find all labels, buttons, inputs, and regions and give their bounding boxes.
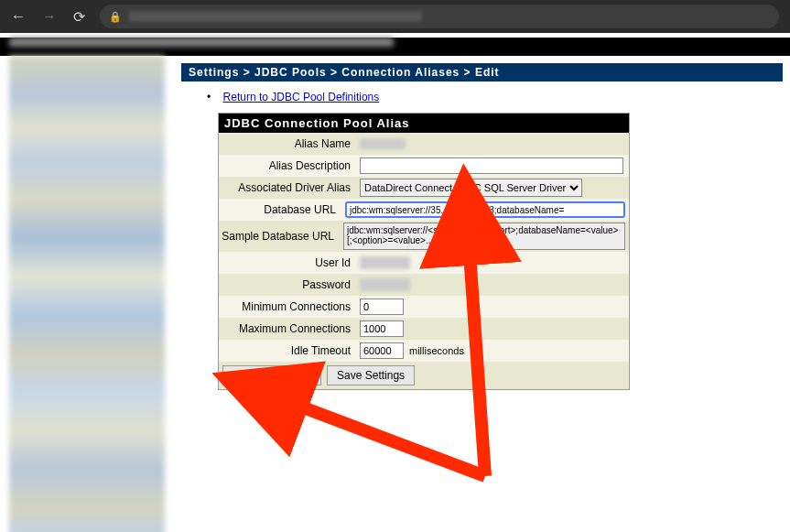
- idle-timeout-input[interactable]: [360, 342, 404, 359]
- lock-icon: 🔒: [109, 11, 122, 23]
- label-password: Password: [219, 276, 356, 294]
- back-icon[interactable]: ←: [11, 8, 26, 25]
- button-row: Test Connection Save Settings: [219, 362, 629, 389]
- alias-description-input[interactable]: [360, 157, 623, 174]
- max-connections-input[interactable]: [360, 320, 404, 337]
- return-link[interactable]: Return to JDBC Pool Definitions: [223, 91, 380, 103]
- label-db-url: Database URL: [219, 201, 341, 219]
- url-bar[interactable]: 🔒: [100, 5, 779, 28]
- label-alias-desc: Alias Description: [219, 157, 356, 175]
- min-connections-input[interactable]: [360, 299, 404, 315]
- form-panel: JDBC Connection Pool Alias Alias Name Al…: [218, 113, 630, 390]
- breadcrumb: Settings > JDBC Pools > Connection Alias…: [181, 63, 783, 81]
- label-driver-alias: Associated Driver Alias: [219, 179, 356, 197]
- sidebar-redacted: [9, 56, 165, 532]
- url-text-redacted: [129, 11, 422, 22]
- forward-icon[interactable]: →: [42, 8, 57, 25]
- idle-timeout-unit: milliseconds: [409, 345, 464, 356]
- main-content: Settings > JDBC Pools > Connection Alias…: [174, 56, 790, 532]
- test-connection-button[interactable]: Test Connection: [222, 365, 321, 385]
- header-redacted: [9, 38, 394, 47]
- panel-title: JDBC Connection Pool Alias: [219, 114, 629, 133]
- reload-icon[interactable]: ⟳: [73, 8, 85, 26]
- user-id-redacted: [360, 256, 410, 269]
- app-header: [0, 38, 790, 56]
- label-user-id: User Id: [219, 254, 356, 272]
- sample-url-textarea: jdbc:wm:sqlserver://<server>:<1433|port>…: [343, 223, 625, 250]
- alias-name-redacted: [360, 138, 406, 149]
- return-link-wrap: Return to JDBC Pool Definitions: [207, 91, 783, 103]
- sidebar: [0, 56, 174, 532]
- label-sample-url: Sample Database URL: [219, 227, 340, 245]
- label-idle-timeout: Idle Timeout: [219, 342, 356, 360]
- label-alias-name: Alias Name: [219, 135, 356, 153]
- browser-toolbar: ← → ⟳ 🔒: [0, 0, 790, 33]
- driver-alias-select[interactable]: DataDirect Connect JDBC SQL Server Drive…: [360, 179, 582, 197]
- password-redacted: [360, 278, 410, 291]
- label-min-conn: Minimum Connections: [219, 298, 356, 316]
- database-url-input[interactable]: [345, 201, 625, 218]
- label-max-conn: Maximum Connections: [219, 320, 356, 338]
- save-settings-button[interactable]: Save Settings: [327, 365, 415, 385]
